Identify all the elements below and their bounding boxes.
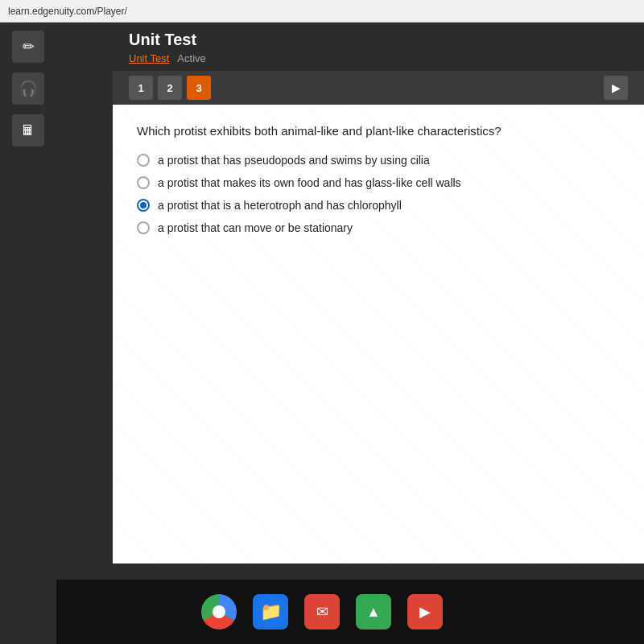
radio-a[interactable] [137,154,150,167]
taskbar: 📁 ✉ ▲ ▶ [0,580,644,644]
youtube-icon[interactable]: ▶ [407,594,443,630]
option-d-text: a protist that can move or be stationary [158,221,353,234]
radio-d[interactable] [137,221,150,234]
radio-c-dot [140,202,147,208]
chrome-center-dot [213,605,225,618]
player-container: ✏ 🎧 🖩 Unit Test Unit Test Active 1 2 3 ▶… [0,23,644,644]
radio-c[interactable] [137,199,150,212]
breadcrumb-status: Active [177,52,205,64]
radio-b[interactable] [137,176,150,189]
chrome-icon[interactable] [201,594,237,630]
page-title: Unit Test [129,31,628,49]
drive-icon[interactable]: ▲ [356,594,391,630]
question-text: Which protist exhibits both animal-like … [137,124,620,138]
question-btn-3[interactable]: 3 [187,76,211,100]
option-c[interactable]: a protist that is a heterotroph and has … [137,199,620,212]
headphones-icon[interactable]: 🎧 [12,72,44,105]
nav-next-arrow[interactable]: ▶ [604,76,628,100]
browser-bar: learn.edgenuity.com/Player/ [0,0,644,23]
question-btn-2[interactable]: 2 [158,76,182,100]
option-b[interactable]: a protist that makes its own food and ha… [137,176,620,189]
breadcrumb-link[interactable]: Unit Test [129,52,169,64]
panel-header: Unit Test Unit Test Active [113,23,644,71]
question-btn-1[interactable]: 1 [129,76,153,100]
option-b-text: a protist that makes its own food and ha… [158,176,461,189]
option-a[interactable]: a protist that has pseudopods and swims … [137,154,620,167]
calculator-icon[interactable]: 🖩 [12,114,44,147]
question-nav-bar: 1 2 3 ▶ [113,71,644,105]
sidebar: ✏ 🎧 🖩 [0,23,56,644]
option-a-text: a protist that has pseudopods and swims … [158,154,430,167]
pencil-icon[interactable]: ✏ [12,31,44,63]
files-icon[interactable]: 📁 [253,594,288,630]
browser-url: learn.edgenuity.com/Player/ [8,6,127,17]
gmail-icon[interactable]: ✉ [304,594,340,630]
question-area: Which protist exhibits both animal-like … [113,105,644,564]
option-d[interactable]: a protist that can move or be stationary [137,221,620,234]
main-panel: Unit Test Unit Test Active 1 2 3 ▶ Which… [113,23,644,564]
option-c-text: a protist that is a heterotroph and has … [158,199,402,212]
options-list: a protist that has pseudopods and swims … [137,154,620,234]
breadcrumb: Unit Test Active [129,52,628,64]
